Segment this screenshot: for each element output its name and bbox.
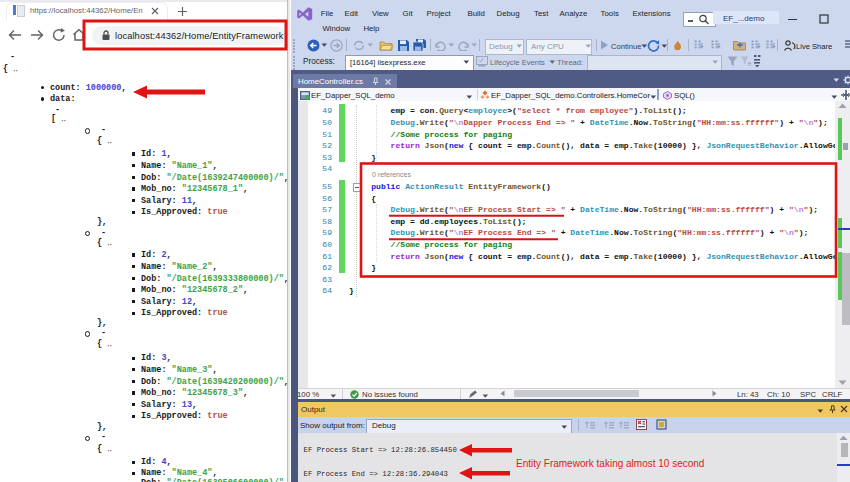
svg-text:Entity Framework taking almost: Entity Framework taking almost 10 second <box>516 458 704 469</box>
